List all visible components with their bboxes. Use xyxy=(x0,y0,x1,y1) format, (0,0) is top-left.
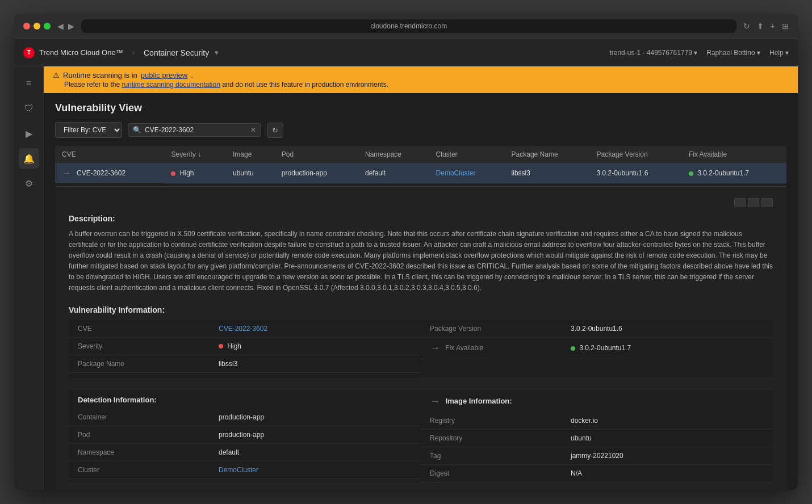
back-button[interactable]: ◀ xyxy=(57,22,64,31)
clear-search-icon[interactable]: ✕ xyxy=(250,126,256,134)
forward-button[interactable]: ▶ xyxy=(68,22,74,31)
vuln-severity-row: Severity High xyxy=(69,337,421,355)
banner-docs-link[interactable]: runtime scanning documentation xyxy=(122,81,220,89)
resize-controls xyxy=(69,198,773,207)
sidebar-item-security[interactable]: 🛡 xyxy=(19,98,39,119)
share-icon[interactable]: ⬆ xyxy=(757,22,764,31)
cell-image: ubuntu xyxy=(226,163,275,184)
cluster-link[interactable]: DemoCluster xyxy=(436,169,476,177)
image-digest-label: Digest xyxy=(421,464,562,482)
col-severity[interactable]: Severity ↓ xyxy=(164,146,225,163)
detection-cluster-value: DemoCluster xyxy=(210,461,421,478)
preview-banner: ⚠ Runtime scanning is in public preview … xyxy=(44,66,798,93)
content-area: ⚠ Runtime scanning is in public preview … xyxy=(44,66,798,490)
image-registry-label: Registry xyxy=(421,412,562,430)
vuln-cve-label: CVE xyxy=(69,320,210,338)
resize-btn-3[interactable] xyxy=(761,198,773,207)
vuln-info-title: Vulnerability Information: xyxy=(69,305,773,314)
detection-namespace-label: Namespace xyxy=(69,443,210,461)
maximize-button[interactable] xyxy=(44,23,51,30)
cell-cluster[interactable]: DemoCluster xyxy=(429,163,505,184)
description-title: Description: xyxy=(69,214,773,223)
cell-package-version: 3.0.2-0ubuntu1.6 xyxy=(590,163,682,184)
detection-namespace-row: Namespace default xyxy=(69,443,421,461)
close-button[interactable] xyxy=(23,23,30,30)
detection-cluster-link[interactable]: DemoCluster xyxy=(219,466,258,474)
banner-preview-link[interactable]: public preview xyxy=(141,71,187,79)
info-grid: CVE CVE-2022-3602 Severity xyxy=(69,320,773,379)
col-cluster: Cluster xyxy=(429,146,505,163)
vuln-severity-dot xyxy=(219,344,223,348)
image-registry-row: Registry docker.io xyxy=(421,412,773,430)
fix-version-label: Package Version xyxy=(421,320,562,338)
description-text: A buffer overrun can be triggered in X.5… xyxy=(69,229,773,294)
region-selector[interactable]: trend-us-1 - 449576761779 ▾ xyxy=(609,49,697,57)
banner-text-suffix: . xyxy=(191,71,193,79)
refresh-icon[interactable]: ↻ xyxy=(743,22,750,31)
detection-pod-row: Pod production-app xyxy=(69,426,421,443)
col-package-name: Package Name xyxy=(505,146,590,163)
main-layout: ≡ 🛡 ▶ 🔔 ⚙ ⚠ Runtime scanning is in publi… xyxy=(14,66,798,490)
help-label: Help xyxy=(769,49,784,57)
sidebar-item-settings[interactable]: ⚙ xyxy=(19,173,39,194)
vuln-info-table: CVE CVE-2022-3602 Severity xyxy=(69,320,421,373)
detection-namespace-value: default xyxy=(210,443,421,461)
vuln-package-value: libssl3 xyxy=(210,355,421,372)
banner-text-prefix: Runtime scanning is in xyxy=(63,71,137,79)
browser-actions: ↻ ⬆ + ⊞ xyxy=(743,22,789,31)
sidebar-item-menu[interactable]: ≡ xyxy=(19,73,39,94)
detection-cluster-row: Cluster DemoCluster xyxy=(69,461,421,478)
banner-subtitle-suffix: and do not use this feature in productio… xyxy=(222,81,388,89)
minimize-button[interactable] xyxy=(34,23,40,30)
traffic-lights xyxy=(23,23,51,30)
help-menu[interactable]: Help ▾ xyxy=(769,49,789,57)
col-package-version: Package Version xyxy=(590,146,682,163)
vuln-info-section: CVE CVE-2022-3602 Severity xyxy=(69,320,421,379)
fix-available-value: 3.0.2-0ubuntu1.7 xyxy=(562,337,773,359)
vuln-severity-label: Severity xyxy=(69,337,210,355)
search-input[interactable] xyxy=(145,126,247,134)
detection-cluster-label: Cluster xyxy=(69,461,210,478)
sidebar-item-vulnerability[interactable]: 🔔 xyxy=(19,148,39,169)
user-menu[interactable]: Raphael Bottino ▾ xyxy=(706,49,760,57)
cell-severity: High xyxy=(164,163,225,184)
cell-package-name: libssl3 xyxy=(505,163,590,184)
resize-btn-1[interactable] xyxy=(734,198,746,207)
top-nav: T Trend Micro Cloud One™ › Container Sec… xyxy=(14,39,798,66)
fix-version-value: 3.0.2-0ubuntu1.6 xyxy=(562,320,773,338)
sidebar-toggle-icon[interactable]: ⊞ xyxy=(782,22,789,31)
url-text: cloudone.trendmicro.com xyxy=(371,22,447,30)
sidebar-item-runtime[interactable]: ▶ xyxy=(19,123,39,144)
detection-container-row: Container production-app xyxy=(69,409,421,426)
vulnerability-table: CVE Severity ↓ Image Pod Namespace Clust… xyxy=(55,146,786,184)
table-row[interactable]: → CVE-2022-3602 High ubuntu production-a… xyxy=(55,163,786,184)
vuln-cve-link[interactable]: CVE-2022-3602 xyxy=(219,325,267,333)
image-tag-value: jammy-20221020 xyxy=(562,447,773,464)
filter-select[interactable]: Filter By: CVE xyxy=(55,122,122,138)
vuln-cve-row: CVE CVE-2022-3602 xyxy=(69,320,421,338)
detail-panel: Description: A buffer overrun can be tri… xyxy=(55,186,786,491)
severity-indicator xyxy=(171,171,175,176)
banner-subtitle: Please refer to the runtime scanning doc… xyxy=(53,81,789,89)
address-bar[interactable]: cloudone.trendmicro.com xyxy=(81,19,736,33)
brand-name: Trend Micro Cloud One™ xyxy=(39,48,123,57)
sidebar: ≡ 🛡 ▶ 🔔 ⚙ xyxy=(14,66,44,490)
cell-cve: → CVE-2022-3602 xyxy=(55,163,164,183)
image-registry-value: docker.io xyxy=(562,412,773,430)
col-cve: CVE xyxy=(55,146,164,163)
resize-btn-2[interactable] xyxy=(748,198,759,207)
col-pod: Pod xyxy=(275,146,358,163)
refresh-button[interactable]: ↻ xyxy=(267,123,283,138)
filter-bar: Filter By: CVE 🔍 ✕ ↻ xyxy=(55,122,786,138)
new-tab-icon[interactable]: + xyxy=(771,22,775,31)
vuln-severity-value: High xyxy=(210,337,421,355)
image-repository-row: Repository ubuntu xyxy=(421,429,773,447)
fix-info-table: Package Version 3.0.2-0ubuntu1.6 → Fix A… xyxy=(421,320,773,379)
image-tag-row: Tag jammy-20221020 xyxy=(421,447,773,464)
detection-container-value: production-app xyxy=(210,409,421,426)
product-dropdown-icon[interactable]: ▾ xyxy=(215,48,219,57)
page-title: Vulnerability View xyxy=(55,102,786,114)
col-namespace: Namespace xyxy=(358,146,429,163)
browser-window: ◀ ▶ cloudone.trendmicro.com ↻ ⬆ + ⊞ T Tr… xyxy=(14,14,798,490)
search-icon: 🔍 xyxy=(133,126,141,134)
